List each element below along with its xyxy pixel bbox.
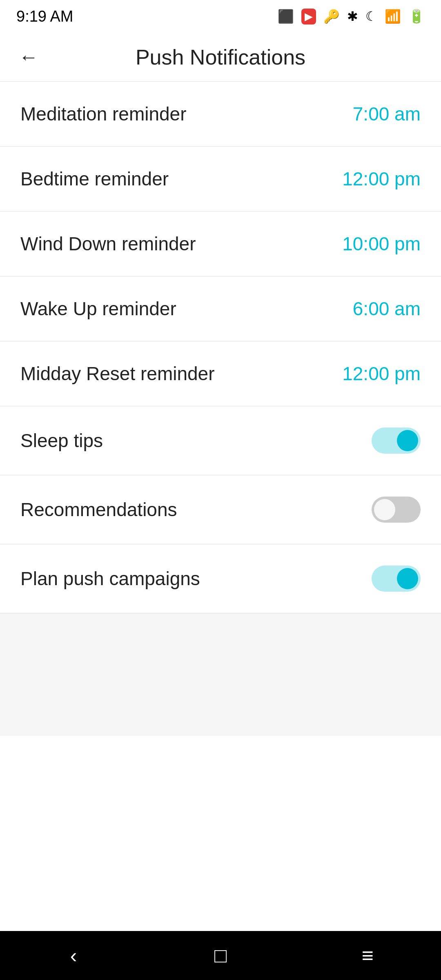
wifi-icon: 📶 [385, 9, 401, 24]
nav-home-icon: □ [214, 944, 227, 967]
recommendations-label: Recommendations [20, 499, 177, 521]
bedtime-reminder-time: 12:00 pm [342, 168, 421, 190]
wakeup-reminder-time: 6:00 am [353, 298, 421, 320]
recommendations-knob [374, 499, 395, 520]
plan-push-toggle[interactable] [372, 566, 421, 592]
bedtime-reminder-row[interactable]: Bedtime reminder 12:00 pm [0, 147, 441, 212]
meditation-reminder-time: 7:00 am [353, 103, 421, 125]
winddown-reminder-label: Wind Down reminder [20, 233, 196, 255]
wakeup-reminder-row[interactable]: Wake Up reminder 6:00 am [0, 276, 441, 341]
winddown-reminder-time: 10:00 pm [342, 233, 421, 255]
bedtime-reminder-label: Bedtime reminder [20, 168, 169, 190]
bluetooth-icon: ✱ [347, 9, 358, 24]
back-button[interactable]: ← [16, 45, 41, 69]
bottom-nav: ‹ □ ≡ [0, 931, 441, 980]
page-title: Push Notifications [41, 45, 400, 69]
nav-back-button[interactable]: ‹ [49, 939, 98, 972]
plan-push-knob [397, 568, 418, 589]
back-arrow-icon: ← [19, 46, 38, 68]
plan-push-label: Plan push campaigns [20, 568, 200, 590]
moon-icon: ☾ [365, 9, 377, 24]
record-icon: ▶ [301, 9, 316, 24]
midday-reminder-time: 12:00 pm [342, 363, 421, 385]
midday-reminder-label: Midday Reset reminder [20, 363, 215, 385]
header: ← Push Notifications [0, 33, 441, 82]
midday-reminder-row[interactable]: Midday Reset reminder 12:00 pm [0, 341, 441, 406]
status-bar: 9:19 AM ⬛ ▶ 🔑 ✱ ☾ 📶 🔋 [0, 0, 441, 33]
status-icons: ⬛ ▶ 🔑 ✱ ☾ 📶 🔋 [278, 9, 425, 24]
winddown-reminder-row[interactable]: Wind Down reminder 10:00 pm [0, 212, 441, 276]
plan-push-row: Plan push campaigns [0, 544, 441, 613]
camera-icon: ⬛ [278, 9, 294, 24]
meditation-reminder-label: Meditation reminder [20, 103, 187, 125]
meditation-reminder-row[interactable]: Meditation reminder 7:00 am [0, 82, 441, 147]
status-time: 9:19 AM [16, 8, 73, 25]
wakeup-reminder-label: Wake Up reminder [20, 298, 176, 320]
empty-area [0, 613, 441, 736]
key-icon: 🔑 [323, 9, 340, 24]
sleep-tips-row: Sleep tips [0, 406, 441, 475]
sleep-tips-label: Sleep tips [20, 430, 103, 452]
content-area: Meditation reminder 7:00 am Bedtime remi… [0, 82, 441, 931]
nav-home-button[interactable]: □ [196, 939, 245, 972]
sleep-tips-toggle[interactable] [372, 428, 421, 454]
nav-menu-icon: ≡ [361, 944, 373, 967]
battery-icon: 🔋 [408, 9, 425, 24]
nav-menu-button[interactable]: ≡ [343, 939, 392, 972]
sleep-tips-knob [397, 430, 418, 451]
recommendations-toggle[interactable] [372, 497, 421, 523]
recommendations-row: Recommendations [0, 475, 441, 544]
nav-back-icon: ‹ [70, 944, 77, 967]
